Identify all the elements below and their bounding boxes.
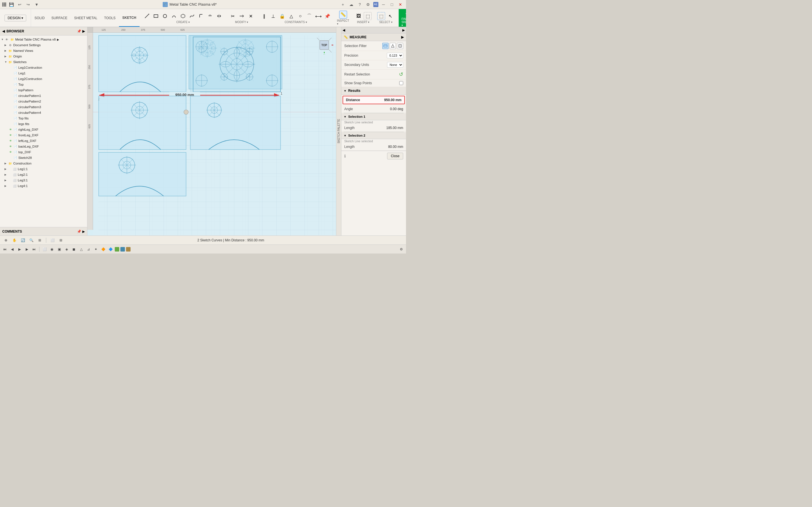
- doc-settings-expand[interactable]: ▶: [4, 44, 8, 47]
- constraint-symmetric[interactable]: ⟷: [314, 12, 322, 20]
- tree-origin[interactable]: ▶ 📁 Origin: [0, 54, 87, 59]
- tree-leg4-1[interactable]: ▶ ⬜ Leg4:1: [0, 183, 87, 189]
- constraint-circle[interactable]: ○: [296, 12, 304, 20]
- fillet-tool[interactable]: [197, 12, 205, 20]
- bl-vis[interactable]: 👁: [8, 145, 12, 149]
- tree-backleg-dxf[interactable]: 👁 📄 backLeg_DXF: [0, 144, 87, 149]
- help-button[interactable]: ?: [356, 1, 363, 8]
- leg1-1-vis[interactable]: [8, 167, 12, 171]
- constraint-tangent[interactable]: ⌒: [305, 12, 313, 20]
- constraint-fix[interactable]: 📌: [323, 12, 331, 20]
- close-button[interactable]: ✕: [397, 1, 404, 8]
- statusbar-zoom-ext-icon[interactable]: ⊞: [37, 237, 43, 243]
- filter-icon-3[interactable]: [397, 43, 403, 49]
- select-tool[interactable]: ⬚: [377, 12, 385, 20]
- sketches-expand[interactable]: ▼: [4, 61, 8, 63]
- mirror-tool[interactable]: [215, 12, 223, 20]
- td-vis[interactable]: 👁: [8, 150, 12, 154]
- design-dropdown[interactable]: DESIGN ▾: [4, 15, 26, 21]
- bt-shape2[interactable]: ▣: [56, 246, 62, 252]
- tree-document-settings[interactable]: ▶ ⚙ Document Settings: [0, 42, 87, 48]
- tree-leg1[interactable]: 📄 Leg1: [0, 70, 87, 76]
- measure-button[interactable]: 📏: [339, 11, 347, 18]
- browser-expand-icon[interactable]: ▶: [82, 29, 85, 33]
- comments-expand-icon[interactable]: ▶: [82, 230, 85, 233]
- tree-cp1[interactable]: 📄 circularPattern1: [0, 93, 87, 99]
- tab-sketch[interactable]: SKETCH: [119, 9, 140, 27]
- close-panel-button[interactable]: Close: [387, 153, 403, 159]
- bt-shape5[interactable]: △: [78, 246, 84, 252]
- tree-leg1contruction[interactable]: 📄 Leg1Contruction: [0, 65, 87, 70]
- minimize-button[interactable]: ─: [380, 1, 387, 8]
- browser-collapse-icon[interactable]: ◀: [2, 29, 5, 33]
- bt-home[interactable]: ⬜: [42, 246, 48, 252]
- rl-vis[interactable]: 👁: [8, 128, 12, 131]
- filter-icon-2[interactable]: [390, 43, 396, 49]
- panel-collapse-left[interactable]: ◀: [343, 28, 345, 32]
- leg4-1-expand[interactable]: ▶: [4, 184, 8, 187]
- filter-icon-1[interactable]: [382, 43, 389, 49]
- polygon-tool[interactable]: [179, 12, 187, 20]
- bt-shape1[interactable]: ◉: [49, 246, 55, 252]
- user-avatar[interactable]: AE: [373, 2, 378, 7]
- bt-next-end[interactable]: ⏭: [31, 246, 37, 252]
- named-views-expand[interactable]: ▶: [4, 49, 8, 52]
- leg3-1-expand[interactable]: ▶: [4, 179, 8, 182]
- redo-button[interactable]: ↪: [25, 1, 32, 8]
- root-expand-icon[interactable]: ▼: [1, 38, 4, 41]
- panel-collapse-right[interactable]: ▶: [402, 28, 405, 32]
- tab-sheet-metal[interactable]: SHEET METAL: [71, 9, 101, 27]
- statusbar-zoom-icon[interactable]: 🔍: [28, 237, 35, 243]
- tree-legs-fits[interactable]: 📄 legs fits: [0, 121, 87, 127]
- tree-cp2[interactable]: 📄 circularPattern2: [0, 99, 87, 104]
- line-tool[interactable]: [143, 12, 151, 20]
- undo-button[interactable]: ↩: [16, 1, 23, 8]
- bt-shape9[interactable]: 🔷: [107, 246, 114, 252]
- bt-shape4[interactable]: ◼: [71, 246, 77, 252]
- break-tool[interactable]: ✕: [247, 12, 255, 20]
- arc-tool[interactable]: [170, 12, 178, 20]
- results-section-header[interactable]: ▼ Results: [342, 87, 406, 95]
- tree-named-views[interactable]: ▶ 📁 Named Views: [0, 48, 87, 54]
- tree-top[interactable]: 📄 Top: [0, 82, 87, 87]
- bt-next[interactable]: ▶: [24, 246, 30, 252]
- offset-tool[interactable]: [206, 12, 214, 20]
- constraint-triangle[interactable]: △: [287, 12, 295, 20]
- rect-tool[interactable]: [152, 12, 160, 20]
- browser-pin-icon[interactable]: 📌: [77, 29, 81, 33]
- bt-shape8[interactable]: 🔶: [100, 246, 106, 252]
- tree-sketch28[interactable]: 📄 Sketch28: [0, 155, 87, 161]
- bt-color3[interactable]: [126, 247, 131, 251]
- sketch-palette-tab[interactable]: SKETCH PALETTE: [336, 27, 341, 235]
- ll-vis[interactable]: 👁: [8, 139, 12, 143]
- settings-button[interactable]: ⚙: [365, 1, 371, 8]
- tree-cp4[interactable]: 📄 circularPattern4: [0, 110, 87, 115]
- canvas-area[interactable]: 125 250 375 500 625 125 250 375 500 625: [87, 27, 336, 235]
- tree-rightleg-dxf[interactable]: 👁 📄 rightLeg_DXF: [0, 127, 87, 132]
- view-cube[interactable]: TOP Y X: [314, 35, 334, 55]
- tree-leg2-1[interactable]: ▶ ⬜ Leg2:1: [0, 172, 87, 177]
- tree-leg2contruction[interactable]: 📄 Leg2Contruction: [0, 76, 87, 82]
- save-button[interactable]: 💾: [8, 1, 15, 8]
- measure-expand-icon[interactable]: ▶: [401, 35, 404, 39]
- tree-sketches[interactable]: ▼ 📁 Sketches: [0, 59, 87, 65]
- bt-shape3[interactable]: ◈: [63, 246, 70, 252]
- tree-top-dxf[interactable]: 👁 📄 top_DXF: [0, 149, 87, 155]
- new-window-button[interactable]: +: [340, 1, 346, 8]
- bt-shape6[interactable]: ⊿: [86, 246, 92, 252]
- cloud-button[interactable]: ☁: [348, 1, 355, 8]
- construction-expand[interactable]: ▶: [4, 162, 8, 165]
- tree-toppattern[interactable]: 📄 topPattern: [0, 87, 87, 93]
- leg2-1-vis[interactable]: [8, 173, 12, 177]
- leg1-1-expand[interactable]: ▶: [4, 168, 8, 170]
- tree-root[interactable]: ▼ 👁 📁 Metal Table CNC Plasma v8 ▶: [0, 37, 87, 42]
- tab-solid[interactable]: SOLID: [31, 9, 48, 27]
- leg3-1-vis[interactable]: [8, 178, 12, 182]
- more-button[interactable]: ▼: [33, 1, 40, 8]
- show-snap-checkbox[interactable]: [399, 81, 403, 85]
- statusbar-grid-icon[interactable]: ⊞: [58, 237, 64, 243]
- restart-selection-button[interactable]: ↺: [399, 71, 403, 77]
- statusbar-orbit-icon[interactable]: 🔄: [20, 237, 26, 243]
- constraint-parallel[interactable]: ∥: [260, 12, 268, 20]
- statusbar-view-icon[interactable]: ⬜: [49, 237, 56, 243]
